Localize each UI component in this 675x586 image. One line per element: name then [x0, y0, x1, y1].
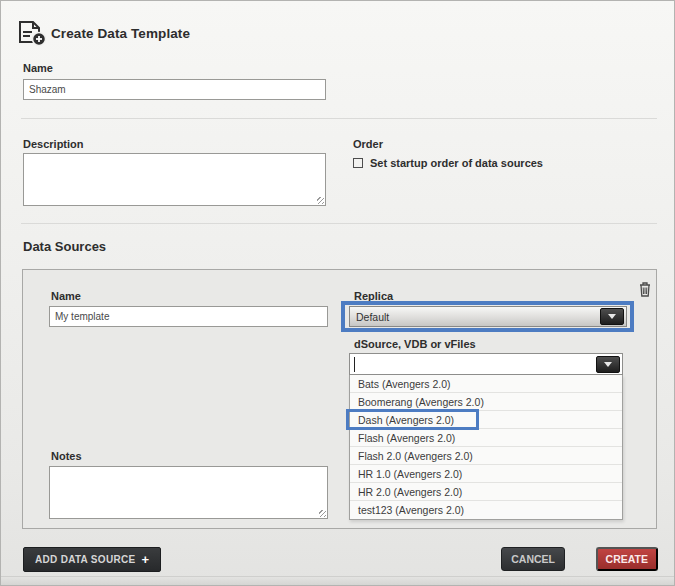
dropdown-option[interactable]: Flash (Avengers 2.0): [350, 429, 622, 447]
name-input[interactable]: [23, 79, 326, 100]
replica-dropdown-arrow-button[interactable]: [600, 308, 624, 325]
chevron-down-icon: [604, 362, 612, 367]
dropdown-option[interactable]: Flash 2.0 (Avengers 2.0): [350, 447, 622, 465]
create-data-template-dialog: Create Data Template Name Description Or…: [0, 0, 675, 586]
source-name-input[interactable]: [49, 306, 328, 327]
dropdown-option[interactable]: Bats (Avengers 2.0): [350, 375, 622, 393]
bottom-shadow-strip: [1, 576, 674, 585]
startup-order-checkbox-label: Set startup order of data sources: [370, 157, 543, 169]
source-dropdown-arrow-button[interactable]: [596, 356, 620, 373]
dropdown-option-label: Dash (Avengers 2.0): [358, 414, 454, 426]
dropdown-option[interactable]: test123 (Avengers 2.0): [350, 501, 622, 519]
chevron-down-icon: [608, 314, 616, 319]
startup-order-checkbox-row[interactable]: Set startup order of data sources: [353, 157, 543, 169]
dropdown-option[interactable]: HR 2.0 (Avengers 2.0): [350, 483, 622, 501]
notes-resize-handle[interactable]: [318, 509, 327, 518]
replica-select[interactable]: Default: [349, 306, 627, 327]
description-textarea[interactable]: [23, 153, 326, 206]
dropdown-option-highlighted[interactable]: Dash (Avengers 2.0): [350, 411, 622, 429]
name-label: Name: [23, 62, 53, 74]
source-select-label: dSource, VDB or vFiles: [354, 338, 476, 350]
dropdown-option[interactable]: Boomerang (Avengers 2.0): [350, 393, 622, 411]
create-template-icon: [17, 20, 47, 47]
description-resize-handle[interactable]: [316, 196, 325, 205]
cancel-button[interactable]: CANCEL: [501, 547, 565, 571]
add-data-source-label: ADD DATA SOURCE: [35, 554, 135, 565]
notes-textarea[interactable]: [49, 466, 328, 519]
notes-label: Notes: [51, 450, 82, 462]
plus-icon: +: [141, 552, 149, 567]
order-label: Order: [353, 138, 383, 150]
replica-selected-value: Default: [356, 311, 389, 323]
delete-data-source-button[interactable]: [636, 280, 654, 300]
description-label: Description: [23, 138, 84, 150]
startup-order-checkbox[interactable]: [353, 158, 363, 168]
create-button[interactable]: CREATE: [596, 547, 658, 571]
divider: [21, 223, 657, 224]
text-cursor: [354, 357, 355, 372]
source-name-label: Name: [51, 290, 81, 302]
divider: [21, 118, 657, 119]
add-data-source-button[interactable]: ADD DATA SOURCE+: [23, 547, 161, 572]
data-sources-heading: Data Sources: [23, 239, 106, 254]
source-combobox[interactable]: [349, 353, 623, 375]
dropdown-option[interactable]: HR 1.0 (Avengers 2.0): [350, 465, 622, 483]
data-source-card: Name Replica Default dSource, VDB or vFi…: [22, 269, 657, 529]
page-title: Create Data Template: [51, 26, 190, 41]
trash-icon: [638, 281, 652, 297]
source-dropdown-list: Bats (Avengers 2.0) Boomerang (Avengers …: [349, 375, 623, 520]
footer-actions: ADD DATA SOURCE+ CANCEL CREATE: [21, 546, 658, 572]
